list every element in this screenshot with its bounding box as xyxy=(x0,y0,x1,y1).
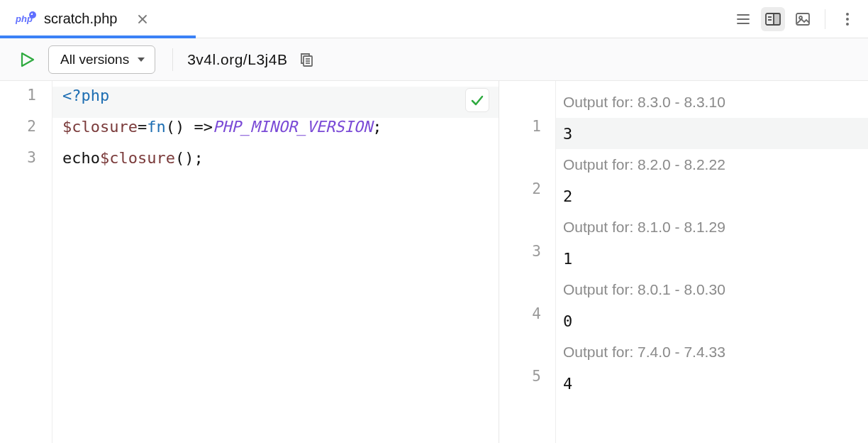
code-body[interactable]: <?php$closure = fn() => PHP_MINOR_VERSIO… xyxy=(52,81,499,443)
chevron-down-icon xyxy=(136,56,146,63)
output-line-number: 2 xyxy=(499,180,555,212)
copy-url-icon[interactable] xyxy=(297,50,316,69)
code-token: <?php xyxy=(62,87,109,104)
svg-point-15 xyxy=(846,18,849,21)
code-token: fn xyxy=(147,118,166,136)
tab-close-icon[interactable] xyxy=(137,13,148,25)
output-line-number xyxy=(499,149,555,180)
output-line-number xyxy=(499,212,555,243)
list-view-icon[interactable] xyxy=(731,7,755,31)
code-token: ; xyxy=(372,118,382,136)
editor-output-split: 123 <?php$closure = fn() => PHP_MINOR_VE… xyxy=(0,81,868,443)
separator xyxy=(825,9,825,29)
line-number: 2 xyxy=(0,118,52,149)
tab-bar: php scratch.php xyxy=(0,0,868,38)
output-line-number xyxy=(499,274,555,305)
output-line-number: 1 xyxy=(499,118,555,149)
tab-title: scratch.php xyxy=(44,11,117,27)
code-line[interactable]: <?php xyxy=(52,87,499,118)
separator xyxy=(172,48,173,71)
code-token: $closure xyxy=(62,118,138,136)
output-value: 1 xyxy=(556,243,868,274)
code-token: = xyxy=(138,118,147,136)
output-panel: 12345 Output for: 8.3.0 - 8.3.103Output … xyxy=(499,81,868,443)
svg-marker-17 xyxy=(22,53,33,66)
svg-rect-12 xyxy=(796,13,809,25)
output-value: 3 xyxy=(556,118,868,149)
code-line[interactable]: $closure = fn() => PHP_MINOR_VERSION; xyxy=(52,118,499,149)
code-line[interactable]: echo $closure(); xyxy=(52,149,499,180)
output-header: Output for: 8.3.0 - 8.3.10 xyxy=(556,87,868,118)
line-number: 3 xyxy=(0,149,52,180)
code-token: () => xyxy=(166,118,213,136)
tabbar-actions xyxy=(731,7,859,31)
share-url: 3v4l.org/L3j4B xyxy=(187,51,287,68)
output-value: 0 xyxy=(556,305,868,337)
output-header: Output for: 7.4.0 - 7.4.33 xyxy=(556,337,868,368)
output-line-number xyxy=(499,87,555,118)
code-editor[interactable]: 123 <?php$closure = fn() => PHP_MINOR_VE… xyxy=(0,81,499,443)
toolbar: All versions 3v4l.org/L3j4B xyxy=(0,38,868,81)
output-line-number: 3 xyxy=(499,243,555,274)
output-value: 4 xyxy=(556,368,868,399)
output-header: Output for: 8.2.0 - 8.2.22 xyxy=(556,149,868,180)
code-token: (); xyxy=(175,149,204,167)
editor-gutter: 123 xyxy=(0,81,52,443)
image-view-icon[interactable] xyxy=(791,7,815,31)
output-line-number xyxy=(499,337,555,368)
versions-dropdown-label: All versions xyxy=(60,52,129,67)
output-line-number: 4 xyxy=(499,305,555,337)
output-header: Output for: 8.1.0 - 8.1.29 xyxy=(556,212,868,243)
output-line-number: 5 xyxy=(499,368,555,399)
output-header: Output for: 8.0.1 - 8.0.30 xyxy=(556,274,868,305)
tab-scratch-php[interactable]: php scratch.php xyxy=(9,0,158,38)
syntax-ok-icon xyxy=(465,88,489,112)
split-view-icon[interactable] xyxy=(761,7,785,31)
code-token: $closure xyxy=(100,149,175,167)
run-button[interactable] xyxy=(17,49,38,70)
code-token: echo xyxy=(62,149,100,167)
output-value: 2 xyxy=(556,180,868,212)
php-file-icon: php xyxy=(16,11,37,27)
svg-point-16 xyxy=(846,23,849,26)
output-body: Output for: 8.3.0 - 8.3.103Output for: 8… xyxy=(556,81,868,443)
active-tab-indicator xyxy=(0,35,196,38)
versions-dropdown[interactable]: All versions xyxy=(48,45,155,74)
code-token: PHP_MINOR_VERSION xyxy=(213,118,372,136)
more-menu-icon[interactable] xyxy=(835,7,859,31)
line-number: 1 xyxy=(0,87,52,118)
svg-marker-18 xyxy=(138,58,145,62)
output-gutter: 12345 xyxy=(499,81,556,443)
svg-point-14 xyxy=(846,13,849,16)
svg-rect-8 xyxy=(774,13,780,25)
